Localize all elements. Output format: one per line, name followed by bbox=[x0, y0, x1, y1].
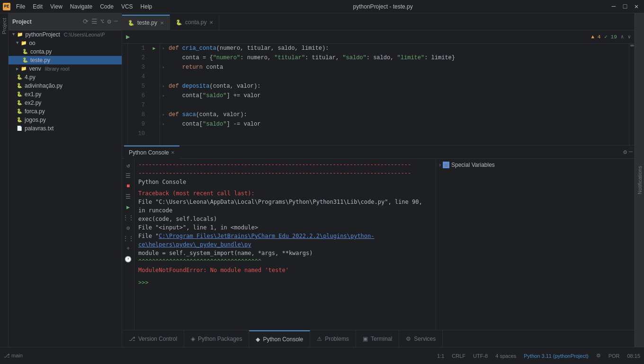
warning-count[interactable]: ▲ 4 bbox=[591, 34, 601, 40]
status-settings-icon[interactable]: ⚙ bbox=[596, 353, 601, 359]
tree-root[interactable]: ▼ 📁 pythonProject C:\Users\Leona\P bbox=[9, 30, 122, 39]
item-name: conta.py bbox=[30, 48, 52, 55]
tree-forca-py[interactable]: 🐍 forca.py bbox=[9, 107, 122, 116]
settings-icon[interactable]: ⚙ bbox=[107, 18, 111, 26]
hide-icon[interactable]: ─ bbox=[114, 18, 118, 26]
stop-button[interactable]: ■ bbox=[124, 182, 133, 191]
console-tab-python[interactable]: Python Console ✕ bbox=[124, 146, 179, 159]
tab-close-button[interactable]: ✕ bbox=[209, 20, 213, 25]
status-line-col[interactable]: 1:1 bbox=[437, 353, 444, 359]
txt-file-icon: 📄 bbox=[16, 125, 23, 132]
tab-version-control[interactable]: ⎇ Version Control bbox=[122, 330, 184, 347]
file3-path[interactable]: C:\Program Files\JetBrains\PyCharm Edu 2… bbox=[138, 233, 375, 248]
menu-vcs[interactable]: VCS bbox=[117, 1, 137, 12]
library-root-label: library root bbox=[45, 66, 70, 72]
tab-close-button[interactable]: ✕ bbox=[160, 20, 164, 26]
tree-teste-py[interactable]: 🐍 teste.py bbox=[9, 56, 122, 64]
project-sidebar-label[interactable]: Project bbox=[0, 13, 9, 347]
close-console-button[interactable]: ☰ bbox=[124, 192, 133, 201]
tab-label: conta.py bbox=[185, 19, 206, 26]
menu-navigate[interactable]: Navigate bbox=[66, 1, 96, 12]
special-vars-panel: › ▦ Special Variables bbox=[436, 159, 635, 330]
special-vars-header[interactable]: › ▦ Special Variables bbox=[439, 162, 632, 168]
tree-ex2-py[interactable]: 🐍 ex2.py bbox=[9, 99, 122, 107]
expand-special-vars-icon[interactable]: › bbox=[439, 162, 441, 168]
tab-conta-py[interactable]: 🐍 conta.py ✕ bbox=[170, 15, 219, 30]
chevron-up-icon[interactable]: ∧ bbox=[621, 34, 624, 40]
add-button[interactable]: + bbox=[124, 244, 133, 254]
settings-icon[interactable]: ⚙ bbox=[623, 148, 627, 156]
project-label-text[interactable]: Project bbox=[1, 18, 7, 34]
tab-python-console[interactable]: ◆ Python Console bbox=[249, 330, 310, 347]
tree-ex1-py[interactable]: 🐍 ex1.py bbox=[9, 90, 122, 99]
status-por[interactable]: POR bbox=[608, 353, 620, 359]
fold-button[interactable]: ▾ bbox=[160, 63, 167, 72]
notifications-panel[interactable]: Notifications bbox=[635, 13, 644, 347]
item-name: forca.py bbox=[25, 108, 45, 115]
file3-line: File "C:\Program Files\JetBrains\PyCharm… bbox=[138, 232, 432, 249]
vars-icon: ▦ bbox=[443, 162, 449, 168]
tab-services[interactable]: ⚙ Services bbox=[399, 330, 443, 347]
tab-teste-py[interactable]: 🐍 teste.py ✕ bbox=[122, 15, 170, 30]
minimize-console-icon[interactable]: ─ bbox=[629, 148, 633, 155]
status-indent[interactable]: 4 spaces bbox=[495, 353, 516, 359]
tab-python-packages[interactable]: ◈ Python Packages bbox=[184, 330, 249, 347]
run-button[interactable]: ▶ bbox=[124, 202, 133, 212]
code-content[interactable]: def cria_conta(numero, titular, saldo, l… bbox=[167, 44, 629, 145]
project-panel: Project ⟳ ☰ ⌥ ⚙ ─ ▼ 📁 pythonProject C:\U… bbox=[9, 13, 122, 347]
tab-terminal[interactable]: ▣ Terminal bbox=[356, 330, 399, 347]
console-output[interactable]: ----------------------------------------… bbox=[134, 159, 436, 330]
rerun-button[interactable]: ↺ bbox=[124, 161, 133, 170]
editor-scrollbar[interactable] bbox=[629, 44, 635, 145]
tree-adivinhacao-py[interactable]: 🐍 adivinhação.py bbox=[9, 82, 122, 90]
status-git[interactable]: ⎇ main bbox=[4, 353, 23, 359]
editor-toolbar: ▶ ▲ 4 ✓ 19 ∧ ∨ bbox=[122, 30, 635, 44]
status-crlf[interactable]: CRLF bbox=[452, 353, 465, 359]
run-button[interactable]: ▶ bbox=[126, 33, 130, 41]
code-editor: 12345 678910 ▶ ▾ ▾ bbox=[122, 44, 635, 145]
collapse-icon[interactable]: ☰ bbox=[91, 18, 98, 26]
fold-button[interactable]: ▾ bbox=[160, 44, 167, 53]
editor-main: 🐍 teste.py ✕ 🐍 conta.py ✕ ▶ bbox=[122, 13, 635, 347]
sync-icon[interactable]: ⟳ bbox=[83, 18, 89, 26]
tree-jogos-py[interactable]: 🐍 jogos.py bbox=[9, 116, 122, 124]
pkg-icon: ◈ bbox=[191, 336, 195, 342]
close-button[interactable]: ✕ bbox=[633, 3, 640, 10]
menu-help[interactable]: Help bbox=[137, 1, 156, 12]
item-name: ex2.py bbox=[25, 100, 41, 106]
maximize-button[interactable]: □ bbox=[621, 3, 629, 10]
vc-icon: ⎇ bbox=[129, 336, 135, 342]
filter-icon[interactable]: ⌥ bbox=[100, 18, 104, 26]
tree-4-py[interactable]: 🐍 4.py bbox=[9, 73, 122, 82]
console-tab-close[interactable]: ✕ bbox=[171, 150, 175, 155]
py-file-icon: 🐍 bbox=[16, 108, 23, 115]
minimize-button[interactable]: ─ bbox=[610, 3, 617, 10]
status-encoding[interactable]: UTF-8 bbox=[473, 353, 488, 359]
menu-edit[interactable]: Edit bbox=[29, 1, 46, 12]
console-left-toolbar: ↺ ☰ ■ ☰ ▶ ⋮⋮ ⚙ ⋮⋮ + 🕐 bbox=[122, 159, 134, 330]
exec-line: exec(code, self.locals) bbox=[138, 215, 432, 223]
fold-button[interactable]: ▾ bbox=[160, 110, 167, 119]
settings-tool-button[interactable]: ⚙ bbox=[124, 223, 133, 233]
menu-file[interactable]: File bbox=[12, 1, 29, 12]
fold-button[interactable]: ▾ bbox=[160, 119, 167, 129]
code-line-7 bbox=[169, 100, 629, 110]
expand-button[interactable]: ⋮⋮ bbox=[124, 234, 133, 243]
history-button[interactable]: 🕐 bbox=[124, 255, 133, 264]
py-icon: 🐍 bbox=[176, 19, 182, 26]
more-button[interactable]: ⋮⋮ bbox=[124, 213, 133, 222]
tab-problems[interactable]: ⚠ Problems bbox=[310, 330, 356, 347]
fold-button[interactable]: ▾ bbox=[160, 82, 167, 91]
tree-venv-folder[interactable]: ▶ 📁 venv library root bbox=[9, 64, 122, 73]
folder-icon: 📁 bbox=[17, 31, 23, 38]
chevron-down-icon[interactable]: ∨ bbox=[627, 34, 631, 40]
menu-code[interactable]: Code bbox=[96, 1, 117, 12]
status-python[interactable]: Python 3.11 (pythonProject) bbox=[524, 353, 588, 359]
tree-conta-py[interactable]: 🐍 conta.py bbox=[9, 47, 122, 56]
menu-view[interactable]: View bbox=[46, 1, 66, 12]
ok-count[interactable]: ✓ 19 bbox=[604, 34, 617, 40]
tree-oo-folder[interactable]: ▼ 📁 oo bbox=[9, 39, 122, 47]
stop-run-button[interactable]: ☰ bbox=[124, 171, 133, 181]
fold-button[interactable]: ▾ bbox=[160, 91, 167, 100]
tree-palavras-txt[interactable]: 📄 palavras.txt bbox=[9, 124, 122, 133]
